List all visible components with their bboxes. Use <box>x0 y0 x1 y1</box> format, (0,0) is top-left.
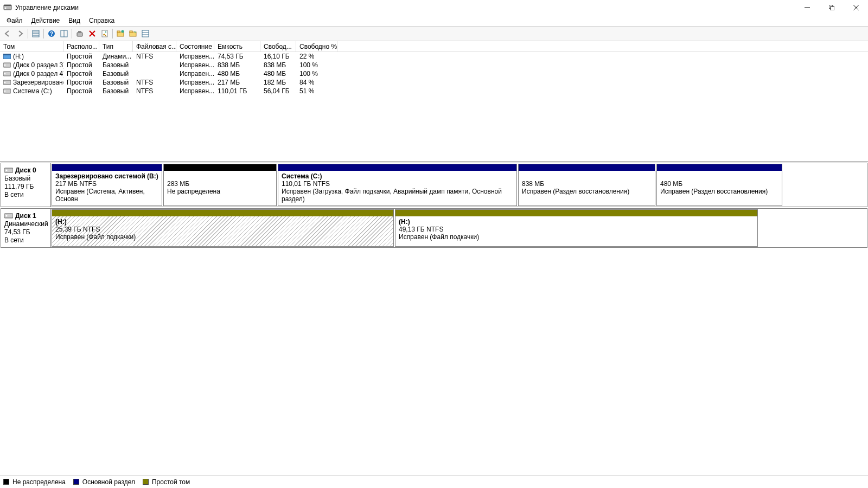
maximize-button[interactable] <box>819 0 844 15</box>
menu-file[interactable]: Файл <box>2 16 27 25</box>
col-fs[interactable]: Файловая с... <box>133 41 176 52</box>
partition-size: 283 МБ <box>167 180 273 188</box>
legend-bar: Не распределена Основной раздел Простой … <box>0 475 868 488</box>
disk-status: В сети <box>4 191 48 198</box>
partition-status: Исправен (Файл подкачки) <box>55 233 390 241</box>
volume-free: 182 МБ <box>260 79 296 86</box>
details-view-button[interactable] <box>30 28 42 40</box>
disk-status: В сети <box>4 236 48 244</box>
partition[interactable]: 283 МБНе распределена <box>163 164 277 206</box>
partition-status: Исправен (Система, Активен, Основн <box>55 188 158 203</box>
volume-free: 480 МБ <box>260 70 296 78</box>
volume-row[interactable]: (Диск 0 раздел 3)ПростойБазовыйИсправен.… <box>0 61 868 69</box>
volume-row[interactable]: Зарезервировано...ПростойБазовыйNTFSИспр… <box>0 78 868 87</box>
volume-capacity: 110,01 ГБ <box>214 87 260 95</box>
svg-rect-42 <box>4 214 13 218</box>
menu-help[interactable]: Справка <box>85 16 119 25</box>
toolbar: ? <box>0 26 868 41</box>
app-icon <box>3 3 12 12</box>
new-folder-button[interactable] <box>114 28 126 40</box>
settings-button[interactable] <box>74 28 86 40</box>
partition[interactable]: 838 МБИсправен (Раздел восстановления) <box>518 164 655 206</box>
volume-status: Исправен... <box>176 61 214 69</box>
partition-status: Исправен (Раздел восстановления) <box>660 188 778 195</box>
partition-color-bar <box>52 164 162 171</box>
close-button[interactable] <box>844 0 868 15</box>
volume-freepct: 100 % <box>296 61 337 69</box>
col-capacity[interactable]: Емкость <box>214 41 260 52</box>
col-free[interactable]: Свобод... <box>260 41 296 52</box>
partition-color-bar <box>278 164 516 171</box>
svg-rect-23 <box>117 31 120 33</box>
disk-size: 74,53 ГБ <box>4 228 48 236</box>
col-status[interactable]: Состояние <box>176 41 214 52</box>
volume-status: Исправен... <box>176 79 214 86</box>
volume-freepct: 100 % <box>296 70 337 78</box>
disk-info[interactable]: Диск 1Динамический74,53 ГБВ сети <box>1 209 51 247</box>
legend-primary: Основной раздел <box>82 478 135 486</box>
volume-name: (Диск 0 раздел 3) <box>13 61 63 69</box>
partition[interactable]: (H:)25,39 ГБ NTFSИсправен (Файл подкачки… <box>52 209 394 247</box>
volume-freepct: 84 % <box>296 79 337 86</box>
partition-status: Исправен (Загрузка, Файл подкачки, Авари… <box>282 188 513 203</box>
partition-color-bar <box>657 164 782 171</box>
delete-button[interactable] <box>86 28 98 40</box>
menu-view[interactable]: Вид <box>64 16 85 25</box>
volume-status: Исправен... <box>176 70 214 78</box>
help-button[interactable]: ? <box>46 28 58 40</box>
col-freepct[interactable]: Свободно % <box>296 41 337 52</box>
open-folder-button[interactable] <box>127 28 139 40</box>
svg-rect-40 <box>4 168 13 172</box>
volume-type: Базовый <box>99 61 133 69</box>
volume-freepct: 51 % <box>296 87 337 95</box>
partition[interactable]: Зарезервировано системой (B:)217 МБ NTFS… <box>52 164 162 206</box>
back-button[interactable] <box>2 28 14 40</box>
volume-type: Базовый <box>99 70 133 78</box>
refresh-view-button[interactable] <box>58 28 70 40</box>
partition-size: 110,01 ГБ NTFS <box>282 180 513 188</box>
partition-color-bar <box>52 210 393 216</box>
svg-point-43 <box>6 215 8 217</box>
disk-graphical-pane[interactable]: Диск 0Базовый111,79 ГБВ сетиЗарезервиров… <box>0 162 868 475</box>
svg-point-21 <box>105 31 106 33</box>
volume-fs: NTFS <box>133 87 176 95</box>
volume-row[interactable]: (H:)ПростойДинами...NTFSИсправен...74,53… <box>0 52 868 61</box>
volume-row[interactable]: Система (C:)ПростойБазовыйNTFSИсправен..… <box>0 87 868 95</box>
minimize-button[interactable] <box>795 0 819 15</box>
svg-point-33 <box>4 65 6 66</box>
col-volume[interactable]: Том <box>0 41 63 52</box>
volume-free: 16,10 ГБ <box>260 53 296 60</box>
volume-name: (Диск 0 раздел 4) <box>13 70 63 78</box>
volume-freepct: 22 % <box>296 53 337 60</box>
partition-title: Система (C:) <box>282 172 513 180</box>
partition-size: 480 МБ <box>660 180 778 188</box>
disk-info[interactable]: Диск 0Базовый111,79 ГБВ сети <box>1 163 51 207</box>
partition[interactable]: (H:)49,13 ГБ NTFSИсправен (Файл подкачки… <box>395 209 758 247</box>
volume-name: (H:) <box>13 53 24 60</box>
volume-fs: NTFS <box>133 53 176 60</box>
col-layout[interactable]: Располо... <box>63 41 99 52</box>
svg-rect-17 <box>78 31 81 33</box>
partition-color-bar <box>519 164 655 171</box>
forward-button[interactable] <box>14 28 26 40</box>
legend-swatch-unallocated <box>3 479 9 485</box>
svg-rect-26 <box>130 31 132 33</box>
partition[interactable]: 480 МБИсправен (Раздел восстановления) <box>656 164 782 206</box>
properties-button[interactable] <box>99 28 111 40</box>
col-type[interactable]: Тип <box>99 41 133 52</box>
list-view2-button[interactable] <box>139 28 151 40</box>
svg-rect-27 <box>142 30 149 37</box>
partition-size: 25,39 ГБ NTFS <box>55 226 390 233</box>
disk-type: Базовый <box>4 175 48 182</box>
window-title: Управление дисками <box>15 4 79 11</box>
volume-layout: Простой <box>63 61 99 69</box>
partition[interactable]: Система (C:)110,01 ГБ NTFSИсправен (Загр… <box>278 164 517 206</box>
volume-type: Динами... <box>99 53 133 60</box>
menu-action[interactable]: Действие <box>27 16 65 25</box>
volume-list-pane[interactable]: Том Располо... Тип Файловая с... Состоян… <box>0 41 868 162</box>
volume-name: Система (C:) <box>13 87 52 95</box>
disk-size: 111,79 ГБ <box>4 183 48 190</box>
volume-row[interactable]: (Диск 0 раздел 4)ПростойБазовыйИсправен.… <box>0 69 868 78</box>
partition-size: 49,13 ГБ NTFS <box>399 226 754 233</box>
partition-title: (H:) <box>399 218 754 226</box>
